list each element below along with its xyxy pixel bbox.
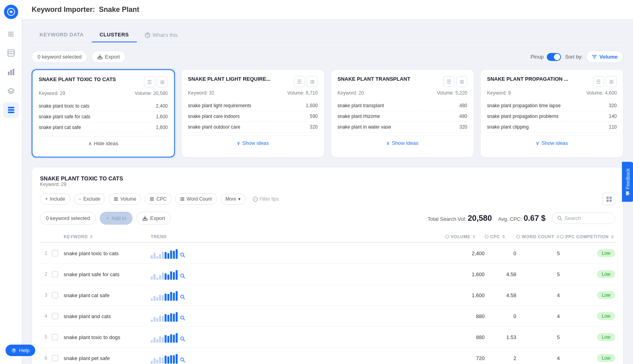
hide-ideas-btn-0[interactable]: ∧ Hide ideas [39,136,168,150]
row-checkbox[interactable] [52,292,64,298]
row-wordcount: 5 [516,250,560,256]
sidebar-logo[interactable] [4,5,18,19]
row-checkbox[interactable] [52,250,64,256]
search-box[interactable]: Search [552,212,615,224]
sortby-volume-btn[interactable]: Volume [586,51,624,63]
cluster-grid-icon-3[interactable]: ⊞ [606,76,617,87]
svg-point-39 [180,295,184,298]
tab-clusters[interactable]: CLUSTERS [92,28,137,42]
cluster-grid-icon-2[interactable]: ⊞ [456,76,467,87]
volume-sort-label: Volume [599,54,618,60]
trend-search-icon[interactable] [178,335,186,343]
show-ideas-btn-3[interactable]: ∨ Show ideas [487,136,617,150]
cluster-kw-row: snake plant propagation time lapse 320 [487,100,617,111]
row-volume: 1,600 [445,271,485,277]
col-ppc-header: PPC COMPETITION [560,234,615,239]
export-detail-icon [142,216,148,221]
volume-filter-btn[interactable]: Volume [108,193,141,205]
sidebar-item-stacks[interactable] [3,102,19,118]
row-checkbox[interactable] [52,355,64,361]
volume-filter-icon [114,197,118,201]
svg-rect-22 [180,200,184,201]
include-filter-btn[interactable]: + Include [40,193,70,205]
help-btn[interactable]: Help [6,345,35,356]
row-checkbox[interactable] [52,334,64,340]
cluster-kw-row: snake plant safe for cats 1,600 [39,112,168,122]
tab-whats-this[interactable]: What's this [145,32,178,38]
show-ideas-btn-2[interactable]: ∨ Show ideas [337,136,467,150]
exclude-filter-btn[interactable]: − Exclude [74,193,106,205]
sidebar-item-chart[interactable] [3,64,19,80]
cluster-card-2[interactable]: SNAKE PLANT TRANSPLANT ☰ ⊞ Keyword: 20 V… [331,69,474,157]
detail-section: SNAKE PLANT TOXIC TO CATS Keyword: 29 + … [32,167,624,364]
sidebar: ⊞ [0,0,22,364]
row-keyword: snake plant toxic to cats [64,250,151,256]
sidebar-item-table[interactable] [3,45,19,61]
svg-point-36 [560,235,563,238]
svg-point-32 [558,216,561,220]
wordcount-filter-label: Word Count [187,196,212,202]
cluster-title-0: SNAKE PLANT TOXIC TO CATS [39,76,144,83]
cluster-card-0[interactable]: SNAKE PLANT TOXIC TO CATS ☰ ⊞ Keyword: 2… [32,69,175,157]
page-title: Keyword Importer: Snake Plant [32,6,139,14]
show-ideas-btn-1[interactable]: ∨ Show ideas [188,136,318,150]
trend-search-icon[interactable] [178,356,186,364]
row-checkbox[interactable] [52,271,64,277]
cluster-kw-row: snake plant care indoors 590 [188,111,318,122]
cluster-kw-row: snake plant clipping 110 [487,122,617,133]
svg-point-33 [445,235,449,238]
svg-point-41 [180,337,184,340]
page-title-prefix: Keyword Importer: [32,6,95,13]
sidebar-item-grid[interactable]: ⊞ [3,26,19,42]
cluster-card-1[interactable]: SNAKE PLANT LIGHT REQUIRE... ☰ ⊞ Keyword… [181,69,324,157]
trend-search-icon[interactable] [178,272,186,280]
feedback-btn[interactable]: Feedback [622,162,633,202]
col-trend-header: TREND [151,234,445,239]
row-checkbox[interactable] [52,313,64,319]
cluster-list-icon-0[interactable]: ☰ [144,76,155,87]
svg-rect-29 [606,199,609,202]
sidebar-item-layers[interactable] [3,83,19,99]
row-ppc: Low [560,354,615,362]
cluster-kw-vol: 1,600 [156,114,168,119]
more-filter-btn[interactable]: More ▾ [220,193,246,205]
tab-keyword-data[interactable]: KEYWORD DATA [32,28,92,42]
svg-point-34 [485,235,488,238]
trend-search-icon[interactable] [178,251,186,259]
row-volume: 880 [445,334,485,340]
svg-rect-9 [8,109,14,111]
total-vol-value: 20,580 [468,214,492,222]
cluster-grid-icon-1[interactable]: ⊞ [307,76,318,87]
trend-search-icon[interactable] [178,314,186,322]
filter-tips-btn[interactable]: Filter tips [249,194,283,204]
cluster-list-icon-2[interactable]: ☰ [443,76,455,87]
col-keyword-header: KEYWORD [64,234,151,239]
header: Keyword Importer: Snake Plant [22,0,633,20]
view-toggle-btn[interactable] [603,193,615,205]
keyword-selected-btn[interactable]: 0 keyword selected [32,51,87,63]
row-cpc: 0 [485,250,516,256]
sortby-label: Sort by: [565,54,583,60]
row-keyword: snake plant toxic to dogs [64,334,151,340]
pinup-toggle[interactable] [547,53,561,61]
wordcount-filter-btn[interactable]: Word Count [175,193,217,205]
trend-search-icon[interactable] [178,293,186,301]
clusters-grid: SNAKE PLANT TOXIC TO CATS ☰ ⊞ Keyword: 2… [32,69,624,157]
row-trend [151,269,445,280]
selected-count-btn[interactable]: 0 keyword selected [40,212,96,225]
pinup-control: Pinup [531,53,561,61]
export-detail-btn[interactable]: Export [136,212,171,225]
cluster-list-icon-1[interactable]: ☰ [294,76,305,87]
cluster-grid-icon-0[interactable]: ⊞ [157,76,168,87]
show-ideas-label-2: Show ideas [392,140,418,146]
svg-rect-19 [150,200,154,201]
cluster-list-icon-3[interactable]: ☰ [593,76,604,87]
cpc-filter-btn[interactable]: CPC [144,193,171,205]
detail-meta: Keyword: 29 [40,182,615,187]
feedback-icon [626,191,631,195]
export-btn-top[interactable]: Export [91,51,126,63]
cluster-card-3[interactable]: SNAKE PLANT PROPAGATION ... ☰ ⊞ Keyword:… [480,69,624,157]
row-number: 5 [40,334,52,340]
cluster-kw-text: snake plant safe for cats [39,114,90,119]
show-ideas-label-3: Show ideas [541,140,568,146]
